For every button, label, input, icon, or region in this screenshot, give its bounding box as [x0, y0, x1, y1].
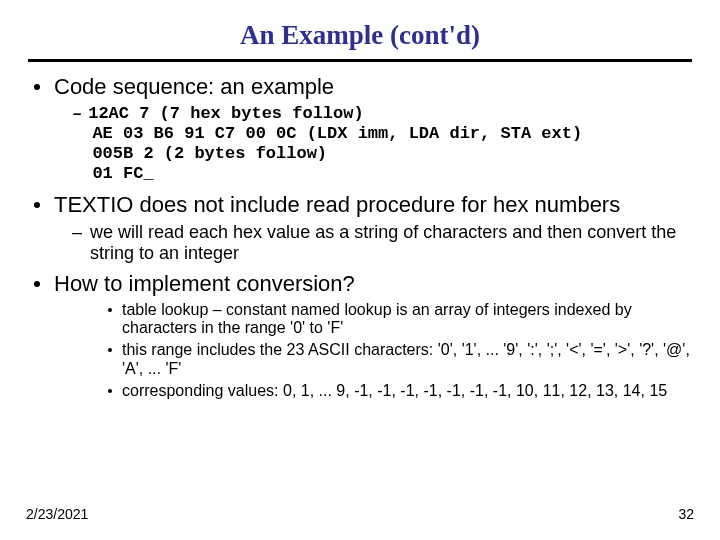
bullet-level3: corresponding values: 0, 1, ... 9, -1, -…: [108, 382, 692, 401]
slide: An Example (cont'd) Code sequence: an ex…: [0, 0, 720, 540]
code-line: 01 FC_: [92, 164, 153, 183]
bullet-level3: this range includes the 23 ASCII charact…: [108, 341, 692, 379]
bullet-text: we will read each hex value as a string …: [90, 222, 692, 264]
bullet-text: this range includes the 23 ASCII charact…: [122, 341, 692, 379]
bullet-dot-icon: [108, 348, 112, 352]
slide-title: An Example (cont'd): [28, 20, 692, 51]
ndash-icon: –: [72, 222, 82, 243]
code-line: AE 03 B6 91 C7 00 0C (LDX imm, LDA dir, …: [92, 124, 582, 143]
footer-page-number: 32: [678, 506, 694, 522]
code-line: 005B 2 (2 bytes follow): [92, 144, 327, 163]
slide-footer: 2/23/2021 32: [26, 506, 694, 522]
bullet-text: corresponding values: 0, 1, ... 9, -1, -…: [122, 382, 667, 401]
code-line: 12AC 7 (7 hex bytes follow): [88, 104, 363, 123]
bullet-dot-icon: [34, 281, 40, 287]
bullet-dot-icon: [34, 202, 40, 208]
footer-date: 2/23/2021: [26, 506, 88, 522]
bullet-level3: table lookup – constant named lookup is …: [108, 301, 692, 339]
bullet-level2: – we will read each hex value as a strin…: [72, 222, 692, 264]
bullet-dot-icon: [108, 389, 112, 393]
bullet-text: Code sequence: an example: [54, 74, 334, 100]
bullet-text: How to implement conversion?: [54, 271, 355, 297]
bullet-level1: Code sequence: an example: [34, 74, 692, 100]
code-block: –12AC 7 (7 hex bytes follow) AE 03 B6 91…: [72, 104, 692, 184]
bullet-level1: TEXTIO does not include read procedure f…: [34, 192, 692, 218]
bullet-text: TEXTIO does not include read procedure f…: [54, 192, 620, 218]
bullet-dot-icon: [108, 308, 112, 312]
title-divider: [28, 59, 692, 62]
bullet-level1: How to implement conversion?: [34, 271, 692, 297]
bullet-dot-icon: [34, 84, 40, 90]
bullet-text: table lookup – constant named lookup is …: [122, 301, 692, 339]
